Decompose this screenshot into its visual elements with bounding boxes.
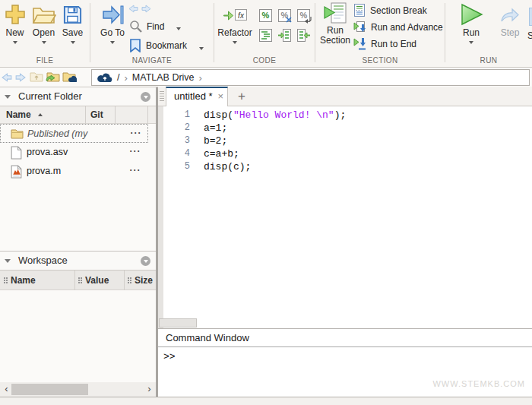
run-to-end-icon (353, 37, 366, 50)
column-name[interactable]: Name (11, 275, 36, 286)
find-label: Find (147, 21, 164, 32)
collapse-panel-icon[interactable] (5, 95, 11, 99)
scrollbar-thumb[interactable] (11, 384, 88, 395)
refactor-icon: fx (223, 2, 247, 27)
open-dropdown-caret[interactable] (42, 41, 46, 44)
run-and-advance-icon (353, 21, 366, 33)
bookmark-label: Bookmark (146, 40, 187, 51)
save-dropdown-caret[interactable] (71, 41, 75, 44)
drag-handle-icon[interactable] (128, 277, 129, 279)
up-one-level-button[interactable] (30, 71, 43, 86)
tab-label: untitled * (174, 90, 213, 102)
find-dropdown-caret[interactable] (176, 27, 181, 30)
drag-handle-icon[interactable] (4, 277, 5, 279)
refactor-dropdown-caret[interactable] (233, 41, 237, 44)
code-editor[interactable]: 1 2 3 4 5 disp("Hello World! \n"); a=1; … (158, 106, 532, 328)
indent-left-button[interactable] (297, 29, 310, 45)
browse-folder-button[interactable] (46, 71, 60, 86)
save-label: Save (62, 27, 83, 38)
code-line-4: c=a+b; (204, 147, 239, 160)
column-separator[interactable] (147, 106, 148, 124)
bookmark-icon (129, 39, 141, 52)
upload-button[interactable] (62, 71, 77, 86)
command-window-title: Command Window (166, 332, 249, 343)
collapse-panel-icon[interactable] (5, 259, 11, 263)
back-arrow-icon (128, 5, 139, 14)
bookmark-button[interactable]: Bookmark (129, 39, 187, 52)
breadcrumb-matlab-drive[interactable]: MATLAB Drive (132, 72, 195, 83)
history-back-button[interactable] (2, 72, 13, 86)
column-name[interactable]: Name (6, 109, 31, 120)
panel-options-button[interactable] (141, 256, 150, 266)
column-separator[interactable] (124, 271, 125, 290)
stop-button-clipped[interactable]: S (527, 30, 532, 41)
new-dropdown-caret[interactable] (13, 41, 17, 44)
comment-icon: % (262, 11, 270, 20)
code-line-5: disp(c); (204, 160, 251, 173)
section-break-button[interactable]: Section Break (353, 4, 427, 17)
run-section-button[interactable]: Run Section (318, 2, 353, 46)
column-separator[interactable] (85, 106, 86, 124)
navigate-forward-button[interactable] (141, 3, 151, 17)
bookmark-dropdown-caret[interactable] (199, 47, 204, 50)
window-bottom-strip (0, 397, 532, 405)
editor-scrollbar-corner[interactable] (159, 318, 197, 327)
new-button[interactable]: New (1, 2, 29, 44)
scroll-right-arrow[interactable]: › (144, 382, 154, 397)
column-git[interactable]: Git (90, 109, 103, 120)
folder-up-icon (30, 71, 43, 83)
file-row-published[interactable]: Published (my ··· (0, 124, 148, 143)
editor-gutter-strip (158, 106, 163, 328)
run-section-icon (324, 2, 347, 26)
run-and-advance-button[interactable]: Run and Advance (353, 21, 443, 33)
goto-icon (102, 2, 124, 27)
more-options-button[interactable]: ··· (125, 146, 146, 157)
folder-icon (11, 128, 24, 139)
refactor-label: Refactor (217, 27, 252, 38)
find-button[interactable]: Find (129, 20, 164, 33)
new-icon (4, 2, 27, 27)
current-folder-header: Current Folder (0, 87, 156, 106)
column-separator[interactable] (74, 271, 75, 290)
breadcrumb-root[interactable]: / (117, 72, 119, 83)
run-dropdown-caret[interactable] (469, 41, 473, 44)
save-button[interactable]: Save (59, 2, 87, 44)
comment-button[interactable]: % (259, 9, 272, 22)
stop-icon-clipped (529, 8, 532, 26)
more-options-button[interactable]: ··· (125, 165, 146, 176)
smart-indent-icon (259, 29, 272, 42)
column-separator[interactable] (115, 106, 116, 124)
document-icon (11, 146, 22, 160)
command-window[interactable]: Command Window >> WWW.STEMKB.COM (158, 329, 532, 397)
wrap-comments-button[interactable]: % (297, 9, 310, 22)
horizontal-scrollbar[interactable]: ‹ › (0, 382, 156, 397)
goto-dropdown-caret[interactable] (110, 41, 115, 44)
navigate-back-button[interactable] (128, 3, 139, 17)
smart-indent-button[interactable] (259, 29, 272, 45)
column-value[interactable]: Value (85, 275, 109, 286)
drag-handle-icon[interactable] (78, 277, 80, 279)
uncomment-button[interactable]: % (278, 9, 291, 22)
history-forward-button[interactable] (14, 72, 26, 86)
indent-right-button[interactable] (278, 29, 291, 45)
file-row-prova-m[interactable]: prova.m ··· (0, 162, 148, 181)
code-token: disp( (204, 109, 233, 121)
line-number: 4 (166, 147, 190, 160)
new-tab-button[interactable]: + (234, 87, 249, 106)
tab-untitled[interactable]: untitled * × (166, 87, 228, 106)
open-button[interactable]: Open (30, 2, 58, 44)
run-to-end-button[interactable]: Run to End (353, 37, 416, 50)
run-button[interactable]: Run (456, 2, 486, 44)
more-options-button[interactable]: ··· (125, 128, 147, 138)
tab-strip-grip-icon[interactable] (160, 91, 164, 102)
panel-options-button[interactable] (141, 92, 150, 102)
breadcrumb[interactable]: / › MATLAB Drive › (91, 69, 530, 86)
scroll-left-arrow[interactable]: ‹ (2, 382, 11, 397)
matlab-file-icon (11, 165, 22, 179)
refactor-button[interactable]: fx Refactor (216, 2, 254, 44)
string-token: "Hello World! \n" (233, 109, 334, 121)
file-row-prova-asv[interactable]: prova.asv ··· (0, 143, 148, 162)
column-size[interactable]: Size (135, 275, 153, 286)
goto-button[interactable]: Go To (96, 2, 129, 44)
close-icon[interactable]: × (217, 90, 223, 102)
